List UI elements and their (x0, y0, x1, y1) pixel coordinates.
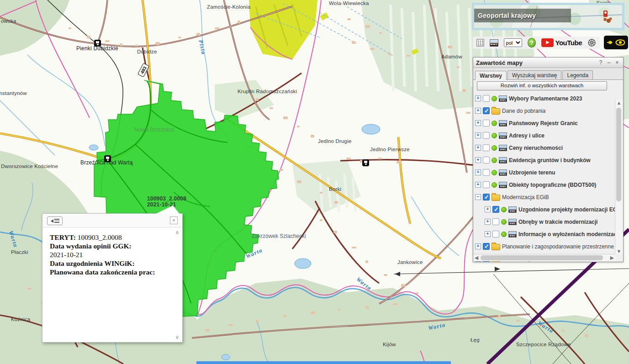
layer-opacity-dot[interactable] (492, 145, 497, 151)
layer-checkbox[interactable] (483, 181, 490, 188)
scroll-up-icon[interactable]: ▲ (615, 100, 623, 106)
overview-map[interactable]: Geoportal krajowy (472, 3, 624, 30)
layer-checkbox[interactable] (483, 169, 490, 176)
popup-close-button[interactable]: × (170, 216, 178, 224)
folder-icon (492, 244, 500, 250)
top-toolbar: WMS pol ? YouTube (473, 37, 600, 49)
expand-layer-icon[interactable]: + (475, 145, 481, 151)
scroll-right-icon[interactable]: ▶ (609, 254, 615, 261)
layer-opacity-dot[interactable] (492, 182, 497, 188)
expand-layer-icon[interactable]: + (485, 231, 491, 237)
layer-opacity-dot[interactable] (501, 207, 507, 212)
layer-opacity-dot[interactable] (501, 219, 507, 225)
layer-label[interactable]: Obiekty topograficzne (BDOT500) (509, 182, 596, 188)
scroll-left-icon[interactable]: ◀ (473, 254, 480, 261)
layer-opacity-dot[interactable] (501, 232, 507, 237)
panel-help-button[interactable]: ? (597, 59, 604, 66)
popup-scroll-up-icon[interactable]: ∧ (174, 229, 181, 236)
horizontal-scroll-thumb[interactable] (481, 255, 603, 260)
layer-checkbox[interactable] (492, 206, 499, 213)
layer-row: −Modernizacja EGiB (475, 191, 615, 203)
layer-checkbox[interactable] (483, 144, 490, 151)
expand-all-layers-button[interactable]: Rozwiń inf. o wszystkich warstwach (477, 81, 607, 90)
expand-layer-icon[interactable]: + (475, 132, 481, 138)
layer-opacity-dot[interactable] (492, 121, 497, 126)
expand-layer-icon[interactable]: + (475, 120, 481, 126)
layer-row: +WMSUzgodnione projekty modernizacji EGi… (475, 203, 615, 216)
layer-checkbox[interactable] (483, 194, 490, 200)
layer-checkbox[interactable] (492, 231, 499, 237)
layer-checkbox[interactable] (483, 157, 490, 164)
layer-label[interactable]: Adresy i ulice (509, 132, 544, 139)
list-icon (54, 219, 59, 223)
expand-layer-icon[interactable]: + (475, 243, 481, 249)
layer-opacity-dot[interactable] (492, 170, 497, 175)
expand-layer-icon[interactable]: + (475, 157, 481, 163)
layer-label[interactable]: Informacje o wyłożeniach modernizacji (518, 231, 615, 237)
back-to-list-button[interactable] (47, 216, 63, 225)
brand-title: Geoportal krajowy (474, 9, 571, 19)
tab-wyszukaj-warstwe[interactable]: Wyszukaj warstwę (507, 70, 562, 79)
popup-scroll-down-icon[interactable]: ∨ (174, 334, 181, 340)
attr-value: 100903_2.0008 (78, 233, 122, 241)
back-arrow-icon (51, 219, 53, 223)
train-station-icon (94, 40, 101, 47)
layer-tree: +WMSWybory Parlamentarne 2023+Dane do po… (475, 92, 615, 262)
language-select[interactable]: pol (504, 38, 522, 47)
layer-label[interactable]: Uzbrojenie terenu (509, 169, 555, 176)
panel-horizontal-scrollbar[interactable]: ◀ ▶ (473, 254, 615, 261)
layer-checkbox[interactable] (483, 243, 490, 250)
popup-scrollbar[interactable]: ∧ ∨ (174, 229, 181, 340)
expand-layer-icon[interactable]: + (475, 169, 481, 175)
expand-layer-icon[interactable]: + (475, 182, 481, 188)
layer-label[interactable]: Państwowy Rejestr Granic (509, 120, 578, 127)
layer-label[interactable]: Wybory Parlamentarne 2023 (509, 95, 582, 102)
expand-layer-icon[interactable]: + (475, 95, 481, 101)
layer-label[interactable]: Planowanie i zagospodarowanie przestrzen… (502, 243, 614, 250)
map-contents-panel: Zawartość mapy ? – × Warstwy Wyszukaj wa… (473, 57, 624, 262)
attr-label: Planowana data zakończenia prac: (50, 268, 155, 276)
expand-layer-icon[interactable]: + (475, 108, 481, 114)
layer-checkbox[interactable] (483, 95, 490, 102)
youtube-button[interactable]: YouTube (541, 38, 582, 47)
grid-tool-icon[interactable] (476, 39, 484, 47)
popup-header: × (42, 214, 182, 227)
wms-icon: WMS (499, 169, 507, 176)
help-icon[interactable]: ? (528, 38, 536, 47)
settings-wheel-icon[interactable] (587, 38, 596, 47)
layer-opacity-dot[interactable] (492, 96, 497, 101)
panel-close-button[interactable]: × (614, 59, 620, 66)
feature-info-popup: × TERYT: 100903_2.0008 Data wydania opin… (42, 213, 183, 343)
panel-minimize-button[interactable]: – (606, 59, 612, 66)
eye-icon (615, 39, 625, 46)
layer-label[interactable]: Obręby w trakcie modernizacji (518, 219, 597, 225)
wms-icon: WMS (499, 120, 507, 127)
expand-layer-icon[interactable]: + (485, 206, 491, 212)
layer-label[interactable]: Modernizacja EGiB (502, 194, 549, 200)
attr-label: Data uzgodnienia WINGiK: (50, 259, 135, 267)
tab-legenda[interactable]: Legenda (562, 70, 593, 79)
collapse-layer-icon[interactable]: − (475, 194, 481, 200)
vertical-scroll-thumb[interactable] (616, 108, 621, 201)
layer-row: +Dane do pobrania (475, 105, 615, 117)
layer-checkbox[interactable] (483, 120, 490, 127)
layer-checkbox[interactable] (483, 132, 490, 139)
layer-opacity-dot[interactable] (492, 133, 497, 138)
panel-vertical-scrollbar[interactable]: ▲ ▼ (615, 100, 623, 254)
layer-label[interactable]: Ewidencja gruntów i budynków (509, 157, 591, 164)
layer-label[interactable]: Uzgodnione projekty modernizacji EGiB (518, 206, 615, 213)
contrast-toggle-button[interactable] (604, 36, 628, 49)
layer-row: +WMSPaństwowy Rejestr Granic (475, 117, 615, 129)
wms-service-icon[interactable]: WMS (490, 39, 498, 47)
layer-checkbox[interactable] (492, 218, 499, 225)
layer-row: +WMSObiekty topograficzne (BDOT500) (475, 179, 615, 191)
layer-row: +Planowanie i zagospodarowanie przestrze… (475, 240, 615, 253)
layer-opacity-dot[interactable] (492, 158, 497, 163)
layer-label[interactable]: Ceny nieruchomości (509, 145, 563, 151)
layer-checkbox[interactable] (483, 107, 490, 114)
panel-header: Zawartość mapy ? – × (473, 58, 623, 68)
expand-layer-icon[interactable]: + (485, 219, 491, 225)
layer-label[interactable]: Dane do pobrania (502, 108, 545, 114)
scroll-down-icon[interactable]: ▼ (615, 248, 623, 254)
wms-icon: WMS (499, 157, 507, 164)
